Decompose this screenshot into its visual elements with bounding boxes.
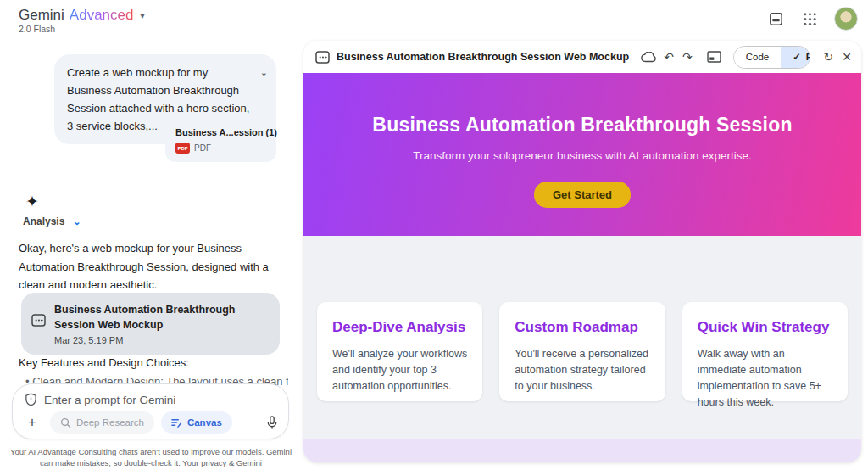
deep-research-label: Deep Research — [76, 417, 144, 428]
service-card-deep-dive: Deep-Dive Analysis We'll analyze your wo… — [317, 302, 482, 401]
card-body: We'll analyze your workflows and identif… — [332, 346, 467, 394]
redo-icon[interactable]: ↷ — [682, 48, 693, 66]
card-title: Deep-Dive Analysis — [332, 319, 467, 336]
preview-tab[interactable]: ✓ Preview — [781, 47, 810, 68]
canvas-doc-title: Business Automation Breakthrough Session… — [337, 51, 629, 63]
features-heading: Key Features and Design Choices: — [19, 356, 189, 369]
card-body: You'll receive a personalized automation… — [515, 346, 649, 394]
attachment-name: Business A...ession (1) — [175, 127, 266, 137]
prompt-input[interactable] — [44, 394, 276, 406]
avatar[interactable] — [834, 7, 858, 31]
canvas-panel: Business Automation Breakthrough Session… — [303, 41, 861, 462]
service-card-quick-win: Quick Win Strategy Walk away with an imm… — [682, 302, 848, 401]
assistant-response-text: Okay, here's a web mockup for your Busin… — [19, 239, 283, 294]
apps-grid-icon[interactable] — [800, 9, 819, 28]
chevron-down-icon: ⌄ — [73, 216, 81, 227]
attachment-card[interactable]: Business A...ession (1) PDF PDF — [165, 119, 276, 162]
edit-note-icon — [171, 417, 182, 428]
hero-subtitle: Transform your solopreneur business with… — [413, 149, 751, 162]
deep-research-button[interactable]: Deep Research — [50, 411, 154, 434]
model-version-label: 2.0 Flash — [19, 24, 55, 34]
card-body: Walk away with an immediate automation i… — [698, 346, 832, 411]
get-started-button[interactable]: Get Started — [534, 182, 631, 208]
microphone-icon[interactable] — [266, 416, 278, 430]
hero-title: Business Automation Breakthrough Session — [372, 114, 792, 137]
document-icon — [31, 314, 46, 345]
analysis-toggle[interactable]: Analysis ⌄ — [23, 215, 81, 227]
refresh-icon[interactable]: ↻ — [822, 48, 834, 66]
artifact-title: Business Automation Breakthrough Session… — [54, 302, 268, 333]
disclaimer-text: Your AI Advantage Consulting chats aren'… — [7, 446, 295, 468]
check-icon: ✓ — [793, 51, 801, 63]
gemini-sparkle-icon: ✦ — [25, 192, 39, 211]
brand-advanced: Advanced — [70, 7, 134, 24]
gemini-app: Gemini Advanced ▾ 2.0 Flash Create a web… — [0, 0, 868, 470]
inbox-icon[interactable] — [766, 9, 785, 28]
document-icon — [315, 51, 330, 64]
prompt-box: + Deep Research Canvas — [12, 383, 289, 439]
expand-message-chevron-icon[interactable]: ⌄ — [260, 64, 268, 81]
service-card-custom-roadmap: Custom Roadmap You'll receive a personal… — [499, 302, 665, 401]
privacy-link[interactable]: Your privacy & Gemini — [182, 458, 262, 467]
app-header: Gemini Advanced ▾ 2.0 Flash — [0, 0, 868, 41]
attachment-type-label: PDF — [194, 143, 211, 153]
hero-section: Business Automation Breakthrough Session… — [303, 73, 861, 236]
card-title: Quick Win Strategy — [698, 319, 832, 336]
analysis-label: Analysis — [23, 215, 64, 227]
code-tab[interactable]: Code — [734, 47, 782, 68]
artifact-timestamp: Mar 23, 5:19 PM — [54, 335, 268, 345]
open-in-window-icon[interactable] — [707, 48, 721, 66]
code-preview-toggle: Code ✓ Preview — [733, 46, 811, 69]
canvas-label: Canvas — [187, 417, 222, 428]
add-attachment-button[interactable]: + — [21, 411, 43, 434]
header-actions — [766, 7, 858, 31]
social-proof-section: You're in Good Company — [303, 439, 861, 462]
model-switcher[interactable]: Gemini Advanced ▾ — [19, 7, 145, 24]
cloud-saved-icon — [641, 48, 656, 66]
undo-icon[interactable]: ↶ — [663, 48, 675, 66]
pdf-icon: PDF — [175, 143, 190, 154]
preview-viewport: Business Automation Breakthrough Session… — [303, 73, 861, 462]
search-icon — [60, 417, 71, 428]
chevron-down-icon: ▾ — [140, 11, 144, 20]
artifact-card[interactable]: Business Automation Breakthrough Session… — [21, 293, 280, 355]
shield-icon — [25, 393, 37, 406]
canvas-button[interactable]: Canvas — [161, 411, 232, 434]
card-title: Custom Roadmap — [515, 319, 649, 336]
brand-gemini: Gemini — [19, 7, 64, 24]
chat-column: Create a web mockup for my Business Auto… — [0, 41, 303, 470]
service-cards-row: Deep-Dive Analysis We'll analyze your wo… — [317, 302, 848, 401]
canvas-header: Business Automation Breakthrough Session… — [303, 41, 861, 73]
close-icon[interactable]: ✕ — [841, 48, 853, 66]
